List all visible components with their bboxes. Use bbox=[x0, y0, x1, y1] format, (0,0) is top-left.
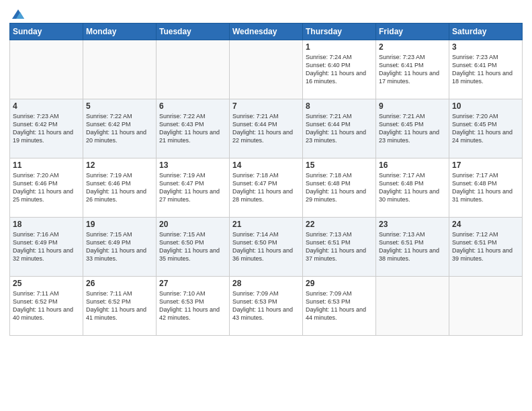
calendar-cell: 8Sunrise: 7:21 AMSunset: 6:44 PMDaylight… bbox=[303, 99, 376, 158]
calendar-cell: 6Sunrise: 7:22 AMSunset: 6:43 PMDaylight… bbox=[157, 99, 230, 158]
calendar-cell: 22Sunrise: 7:13 AMSunset: 6:51 PMDayligh… bbox=[303, 218, 376, 277]
day-number: 14 bbox=[232, 161, 300, 170]
day-info: Sunrise: 7:23 AMSunset: 6:42 PMDaylight:… bbox=[13, 112, 80, 145]
calendar-week-4: 18Sunrise: 7:16 AMSunset: 6:49 PMDayligh… bbox=[10, 218, 523, 277]
day-number: 24 bbox=[452, 220, 519, 229]
day-info: Sunrise: 7:11 AMSunset: 6:52 PMDaylight:… bbox=[13, 289, 80, 322]
logo bbox=[9, 7, 26, 21]
day-info: Sunrise: 7:22 AMSunset: 6:43 PMDaylight:… bbox=[159, 112, 226, 145]
calendar-cell: 19Sunrise: 7:15 AMSunset: 6:49 PMDayligh… bbox=[83, 218, 157, 277]
day-info: Sunrise: 7:13 AMSunset: 6:51 PMDaylight:… bbox=[379, 230, 446, 263]
day-number: 8 bbox=[306, 101, 373, 111]
day-info: Sunrise: 7:20 AMSunset: 6:45 PMDaylight:… bbox=[452, 112, 519, 145]
day-number: 12 bbox=[86, 161, 153, 170]
day-number: 27 bbox=[159, 279, 226, 288]
header bbox=[9, 7, 523, 19]
day-info: Sunrise: 7:19 AMSunset: 6:47 PMDaylight:… bbox=[159, 171, 226, 204]
day-number: 3 bbox=[452, 42, 519, 52]
weekday-header-tuesday: Tuesday bbox=[157, 24, 230, 40]
day-info: Sunrise: 7:21 AMSunset: 6:45 PMDaylight:… bbox=[379, 112, 446, 145]
calendar-cell bbox=[230, 40, 303, 99]
day-info: Sunrise: 7:17 AMSunset: 6:48 PMDaylight:… bbox=[379, 171, 446, 204]
weekday-header-sunday: Sunday bbox=[10, 24, 83, 40]
calendar-cell: 29Sunrise: 7:09 AMSunset: 6:53 PMDayligh… bbox=[303, 277, 376, 336]
day-info: Sunrise: 7:18 AMSunset: 6:48 PMDaylight:… bbox=[306, 171, 373, 204]
calendar-table: SundayMondayTuesdayWednesdayThursdayFrid… bbox=[9, 23, 523, 336]
calendar-cell: 23Sunrise: 7:13 AMSunset: 6:51 PMDayligh… bbox=[376, 218, 449, 277]
calendar-cell: 12Sunrise: 7:19 AMSunset: 6:46 PMDayligh… bbox=[83, 158, 157, 218]
calendar-cell: 21Sunrise: 7:14 AMSunset: 6:50 PMDayligh… bbox=[230, 218, 303, 277]
calendar-cell: 25Sunrise: 7:11 AMSunset: 6:52 PMDayligh… bbox=[10, 277, 83, 336]
day-number: 4 bbox=[13, 101, 80, 111]
day-number: 5 bbox=[86, 101, 153, 111]
day-info: Sunrise: 7:20 AMSunset: 6:46 PMDaylight:… bbox=[13, 171, 80, 204]
calendar-cell: 14Sunrise: 7:18 AMSunset: 6:47 PMDayligh… bbox=[230, 158, 303, 218]
calendar-cell: 9Sunrise: 7:21 AMSunset: 6:45 PMDaylight… bbox=[376, 99, 449, 158]
calendar-cell: 15Sunrise: 7:18 AMSunset: 6:48 PMDayligh… bbox=[303, 158, 376, 218]
day-number: 26 bbox=[86, 279, 153, 288]
day-number: 22 bbox=[306, 220, 373, 229]
day-number: 11 bbox=[13, 161, 80, 170]
day-info: Sunrise: 7:22 AMSunset: 6:42 PMDaylight:… bbox=[86, 112, 153, 145]
calendar-cell bbox=[83, 40, 157, 99]
calendar-cell: 24Sunrise: 7:12 AMSunset: 6:51 PMDayligh… bbox=[449, 218, 523, 277]
day-info: Sunrise: 7:12 AMSunset: 6:51 PMDaylight:… bbox=[452, 230, 519, 263]
weekday-header-row: SundayMondayTuesdayWednesdayThursdayFrid… bbox=[10, 24, 523, 40]
calendar-cell: 7Sunrise: 7:21 AMSunset: 6:44 PMDaylight… bbox=[230, 99, 303, 158]
day-number: 16 bbox=[379, 161, 446, 170]
day-info: Sunrise: 7:14 AMSunset: 6:50 PMDaylight:… bbox=[232, 230, 300, 263]
weekday-header-thursday: Thursday bbox=[303, 24, 376, 40]
day-number: 13 bbox=[159, 161, 226, 170]
day-info: Sunrise: 7:11 AMSunset: 6:52 PMDaylight:… bbox=[86, 289, 153, 322]
day-info: Sunrise: 7:19 AMSunset: 6:46 PMDaylight:… bbox=[86, 171, 153, 204]
calendar-cell: 13Sunrise: 7:19 AMSunset: 6:47 PMDayligh… bbox=[157, 158, 230, 218]
day-info: Sunrise: 7:15 AMSunset: 6:49 PMDaylight:… bbox=[86, 230, 153, 263]
day-info: Sunrise: 7:09 AMSunset: 6:53 PMDaylight:… bbox=[232, 289, 300, 322]
day-info: Sunrise: 7:16 AMSunset: 6:49 PMDaylight:… bbox=[13, 230, 80, 263]
weekday-header-saturday: Saturday bbox=[449, 24, 523, 40]
calendar-week-5: 25Sunrise: 7:11 AMSunset: 6:52 PMDayligh… bbox=[10, 277, 523, 336]
calendar-cell bbox=[376, 277, 449, 336]
day-info: Sunrise: 7:15 AMSunset: 6:50 PMDaylight:… bbox=[159, 230, 226, 263]
day-number: 28 bbox=[232, 279, 300, 288]
day-info: Sunrise: 7:09 AMSunset: 6:53 PMDaylight:… bbox=[306, 289, 373, 322]
day-number: 17 bbox=[452, 161, 519, 170]
day-number: 6 bbox=[159, 101, 226, 111]
calendar-cell: 28Sunrise: 7:09 AMSunset: 6:53 PMDayligh… bbox=[230, 277, 303, 336]
day-number: 15 bbox=[306, 161, 373, 170]
day-number: 25 bbox=[13, 279, 80, 288]
calendar-cell: 26Sunrise: 7:11 AMSunset: 6:52 PMDayligh… bbox=[83, 277, 157, 336]
day-number: 9 bbox=[379, 101, 446, 111]
day-number: 7 bbox=[232, 101, 300, 111]
calendar-week-3: 11Sunrise: 7:20 AMSunset: 6:46 PMDayligh… bbox=[10, 158, 523, 218]
calendar-cell bbox=[157, 40, 230, 99]
day-info: Sunrise: 7:17 AMSunset: 6:48 PMDaylight:… bbox=[452, 171, 519, 204]
weekday-header-monday: Monday bbox=[83, 24, 157, 40]
calendar-cell: 2Sunrise: 7:23 AMSunset: 6:41 PMDaylight… bbox=[376, 40, 449, 99]
calendar-cell: 20Sunrise: 7:15 AMSunset: 6:50 PMDayligh… bbox=[157, 218, 230, 277]
logo-area bbox=[9, 7, 26, 19]
day-number: 19 bbox=[86, 220, 153, 229]
calendar-week-2: 4Sunrise: 7:23 AMSunset: 6:42 PMDaylight… bbox=[10, 99, 523, 158]
page: SundayMondayTuesdayWednesdayThursdayFrid… bbox=[0, 0, 532, 411]
weekday-header-wednesday: Wednesday bbox=[230, 24, 303, 40]
calendar-cell: 1Sunrise: 7:24 AMSunset: 6:40 PMDaylight… bbox=[303, 40, 376, 99]
day-info: Sunrise: 7:23 AMSunset: 6:41 PMDaylight:… bbox=[379, 53, 446, 86]
calendar-cell: 11Sunrise: 7:20 AMSunset: 6:46 PMDayligh… bbox=[10, 158, 83, 218]
day-number: 10 bbox=[452, 101, 519, 111]
logo-icon bbox=[11, 7, 26, 21]
day-number: 2 bbox=[379, 42, 446, 52]
calendar-cell: 18Sunrise: 7:16 AMSunset: 6:49 PMDayligh… bbox=[10, 218, 83, 277]
calendar-cell: 5Sunrise: 7:22 AMSunset: 6:42 PMDaylight… bbox=[83, 99, 157, 158]
calendar-cell: 27Sunrise: 7:10 AMSunset: 6:53 PMDayligh… bbox=[157, 277, 230, 336]
calendar-cell: 17Sunrise: 7:17 AMSunset: 6:48 PMDayligh… bbox=[449, 158, 523, 218]
day-info: Sunrise: 7:18 AMSunset: 6:47 PMDaylight:… bbox=[232, 171, 300, 204]
calendar-cell: 4Sunrise: 7:23 AMSunset: 6:42 PMDaylight… bbox=[10, 99, 83, 158]
day-info: Sunrise: 7:24 AMSunset: 6:40 PMDaylight:… bbox=[306, 53, 373, 86]
weekday-header-friday: Friday bbox=[376, 24, 449, 40]
calendar-cell bbox=[449, 277, 523, 336]
day-number: 1 bbox=[306, 42, 373, 52]
calendar-week-1: 1Sunrise: 7:24 AMSunset: 6:40 PMDaylight… bbox=[10, 40, 523, 99]
calendar-cell: 10Sunrise: 7:20 AMSunset: 6:45 PMDayligh… bbox=[449, 99, 523, 158]
day-number: 20 bbox=[159, 220, 226, 229]
